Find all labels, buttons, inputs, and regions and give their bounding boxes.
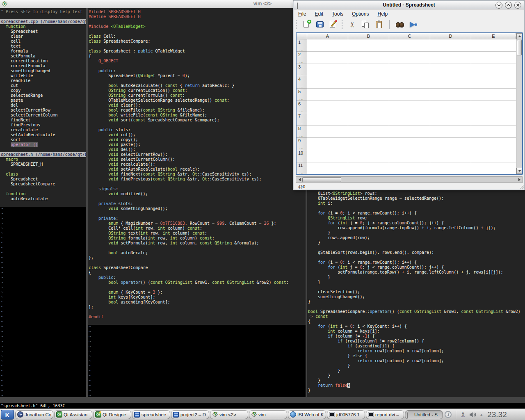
row-header-7[interactable]: 7...: [297, 113, 307, 126]
cell-B8[interactable]: [348, 126, 389, 138]
cell-A2[interactable]: [307, 52, 348, 64]
minimize-button[interactable]: [495, 2, 502, 9]
cell-D9[interactable]: [430, 138, 471, 150]
cell-A4[interactable]: [307, 76, 348, 89]
cell-A7[interactable]: [307, 113, 348, 126]
cell-C5[interactable]: [389, 89, 430, 101]
taskbar-button[interactable]: report.dvi –: [366, 410, 404, 419]
cell-D1[interactable]: [430, 39, 471, 52]
row-header-5[interactable]: 5...: [297, 89, 307, 101]
cell-D5[interactable]: [430, 89, 471, 101]
row-header-10[interactable]: 10...: [297, 150, 307, 162]
cell-B3[interactable]: [348, 64, 389, 76]
cell-B4[interactable]: [348, 76, 389, 89]
save-button[interactable]: [315, 20, 324, 29]
find-button[interactable]: [395, 20, 404, 29]
corner-header-cell[interactable]: [297, 33, 307, 39]
cell-A6[interactable]: [307, 101, 348, 113]
scroll-left-button[interactable]: [297, 177, 302, 183]
cell-E6[interactable]: [471, 101, 516, 113]
cell-E8[interactable]: [471, 126, 516, 138]
cell-B11[interactable]: [348, 162, 389, 175]
taskbar-button[interactable]: Jonathan Co: [15, 410, 53, 419]
cell-A8[interactable]: [307, 126, 348, 138]
cell-A9[interactable]: [307, 138, 348, 150]
spreadsheet-titlebar[interactable]: Untitled - Spreadsheet: [294, 1, 524, 9]
cell-C4[interactable]: [389, 76, 430, 89]
row-header-11[interactable]: 11...: [297, 162, 307, 175]
maximize-button[interactable]: [505, 2, 512, 9]
cell-D8[interactable]: [430, 126, 471, 138]
info-tray-icon[interactable]: i: [445, 411, 452, 418]
row-header-6[interactable]: 6...: [297, 101, 307, 113]
cell-C2[interactable]: [389, 52, 430, 64]
cell-E11[interactable]: [471, 162, 516, 175]
row-header-4[interactable]: 4...: [297, 76, 307, 89]
cell-D10[interactable]: [430, 150, 471, 162]
cut-button[interactable]: ✂: [348, 20, 357, 29]
toolbar-handle[interactable]: [296, 20, 297, 29]
cell-C9[interactable]: [389, 138, 430, 150]
vim-taglist-split[interactable]: " Press <F1> to display help textspreads…: [0, 8, 86, 397]
cell-B9[interactable]: [348, 138, 389, 150]
column-header-C[interactable]: C: [389, 33, 430, 39]
panel-hide-arrow-icon[interactable]: ▲: [479, 413, 483, 417]
new-document-button[interactable]: +: [302, 20, 311, 29]
cell-B6[interactable]: [348, 101, 389, 113]
column-header-E[interactable]: E: [471, 33, 516, 39]
menu-help[interactable]: Help: [377, 11, 388, 17]
scroll-up-button[interactable]: [516, 33, 523, 39]
taskbar-button[interactable]: Untitled - S: [405, 410, 443, 419]
cell-B1[interactable]: [348, 39, 389, 52]
cell-C7[interactable]: [389, 113, 430, 126]
cell-D4[interactable]: [430, 76, 471, 89]
close-button[interactable]: [514, 2, 521, 9]
cell-A5[interactable]: [307, 89, 348, 101]
run-button[interactable]: [409, 20, 418, 29]
cell-A3[interactable]: [307, 64, 348, 76]
cell-D11[interactable]: [430, 162, 471, 175]
copy-button[interactable]: [361, 20, 370, 29]
row-header-9[interactable]: 9...: [297, 138, 307, 150]
cell-B10[interactable]: [348, 150, 389, 162]
taskbar-button[interactable]: spreadshee: [132, 410, 170, 419]
menu-tools[interactable]: Tools: [332, 11, 343, 17]
row-header-8[interactable]: 8...: [297, 126, 307, 138]
cell-C8[interactable]: [389, 126, 430, 138]
cell-E7[interactable]: [471, 113, 516, 126]
cell-D2[interactable]: [430, 52, 471, 64]
horizontal-scroll-thumb[interactable]: [302, 177, 341, 182]
cell-E1[interactable]: [471, 39, 516, 52]
taskbar-clock[interactable]: 23.32: [487, 410, 507, 419]
row-header-1[interactable]: 1...: [297, 39, 307, 52]
cell-E5[interactable]: [471, 89, 516, 101]
cell-B2[interactable]: [348, 52, 389, 64]
cell-C1[interactable]: [389, 39, 430, 52]
row-header-2[interactable]: 2...: [297, 52, 307, 64]
vertical-scrollbar[interactable]: [516, 33, 522, 174]
scroll-right-button[interactable]: [516, 177, 522, 183]
taskbar-button[interactable]: QtQt Assistan: [54, 410, 92, 419]
cell-D3[interactable]: [430, 64, 471, 76]
horizontal-scrollbar[interactable]: [296, 176, 523, 183]
cell-A1[interactable]: [307, 39, 348, 52]
column-header-B[interactable]: B: [348, 33, 389, 39]
paste-button[interactable]: [374, 20, 383, 29]
cell-E3[interactable]: [471, 64, 516, 76]
taskbar-button[interactable]: Vvim: [249, 410, 287, 419]
cell-A10[interactable]: [307, 150, 348, 162]
cell-E2[interactable]: [471, 52, 516, 64]
cell-A11[interactable]: [307, 162, 348, 175]
k-menu-button[interactable]: K: [1, 410, 14, 420]
column-header-A[interactable]: A: [307, 33, 348, 39]
cell-E10[interactable]: [471, 150, 516, 162]
column-header-D[interactable]: D: [430, 33, 471, 39]
cell-B7[interactable]: [348, 113, 389, 126]
menu-edit[interactable]: Edit: [315, 11, 323, 17]
taskbar-button[interactable]: ISI Web of K: [288, 410, 326, 419]
cell-E4[interactable]: [471, 76, 516, 89]
taskbar-button[interactable]: jd005776 1: [327, 410, 365, 419]
cell-E9[interactable]: [471, 138, 516, 150]
edit-document-button[interactable]: [329, 20, 338, 29]
taskbar-button[interactable]: Vvim <2>: [210, 410, 248, 419]
